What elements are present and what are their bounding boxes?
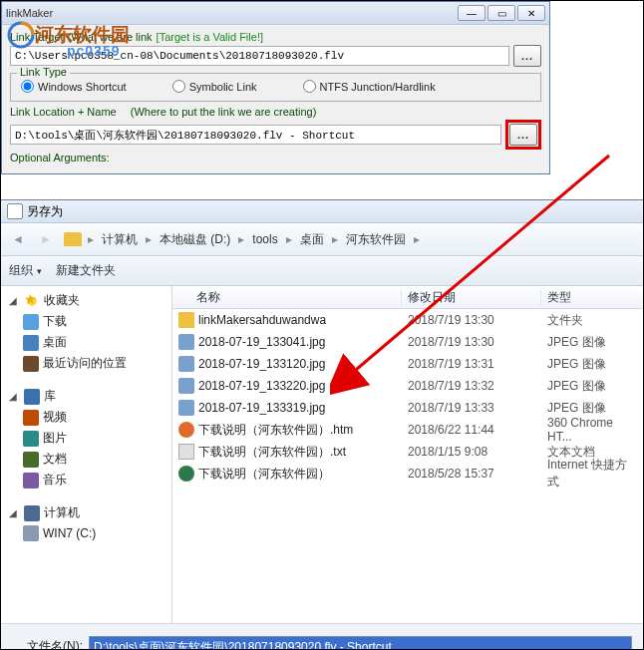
link-type-label: Link Type bbox=[17, 66, 70, 78]
jpg-icon bbox=[178, 400, 194, 416]
optional-args-label: Optional Arguments: bbox=[10, 152, 110, 163]
picture-icon bbox=[23, 431, 39, 447]
radio-windows-shortcut[interactable]: Windows Shortcut bbox=[21, 80, 127, 93]
sidebar-item-documents[interactable]: 文档 bbox=[5, 449, 167, 470]
star-icon bbox=[24, 293, 40, 309]
col-name[interactable]: 名称 bbox=[172, 289, 402, 306]
htm-icon bbox=[178, 422, 194, 438]
save-as-bottom: 文件名(N): D:\tools\桌面\河东软件园\20180718093020… bbox=[1, 623, 644, 650]
link-target-hint: (What we are link bbox=[68, 31, 153, 43]
link-location-input[interactable] bbox=[10, 125, 501, 145]
file-row[interactable]: 下载说明（河东软件园）2018/5/28 15:37Internet 快捷方式 bbox=[172, 463, 644, 485]
download-icon bbox=[23, 314, 39, 330]
linkmaker-titlebar[interactable]: linkMaker — ▭ ✕ bbox=[2, 2, 549, 25]
sidebar-item-videos[interactable]: 视频 bbox=[5, 407, 167, 428]
filename-label: 文件名(N): bbox=[13, 638, 89, 650]
sidebar-item-drive-c[interactable]: WIN7 (C:) bbox=[5, 523, 167, 543]
sidebar: ◢收藏夹 下载 桌面 最近访问的位置 ◢库 视频 图片 文档 音乐 ◢计算机 W… bbox=[1, 286, 172, 623]
organize-button[interactable]: 组织▾ bbox=[9, 262, 42, 279]
linkmaker-window: linkMaker — ▭ ✕ Link Target (What we are… bbox=[1, 1, 550, 174]
save-as-titlebar[interactable]: 另存为 bbox=[1, 200, 644, 223]
dialog-icon bbox=[7, 203, 23, 219]
close-button[interactable]: ✕ bbox=[517, 5, 545, 21]
drive-icon bbox=[23, 525, 39, 541]
link-location-label: Link Location + Name bbox=[10, 106, 117, 118]
forward-button[interactable]: ► bbox=[33, 227, 59, 251]
back-button[interactable]: ◄ bbox=[5, 227, 31, 251]
computer-icon bbox=[24, 505, 40, 521]
url-icon bbox=[178, 466, 194, 482]
link-target-label: Link Target bbox=[10, 31, 64, 43]
file-row[interactable]: 2018-07-19_133120.jpg2018/7/19 13:31JPEG… bbox=[172, 353, 644, 375]
radio-ntfs-junction[interactable]: NTFS Junction/Hardlink bbox=[303, 80, 436, 93]
nav-bar: ◄ ► ▸计算机 ▸本地磁盘 (D:) ▸tools ▸桌面 ▸河东软件园 ▸ bbox=[1, 223, 644, 256]
link-target-input[interactable] bbox=[10, 46, 509, 66]
file-row[interactable]: 下载说明（河东软件园）.htm2018/6/22 11:44360 Chrome… bbox=[172, 419, 644, 441]
save-as-window: 另存为 ◄ ► ▸计算机 ▸本地磁盘 (D:) ▸tools ▸桌面 ▸河东软件… bbox=[1, 199, 644, 650]
breadcrumb[interactable]: ▸计算机 ▸本地磁盘 (D:) ▸tools ▸桌面 ▸河东软件园 ▸ bbox=[85, 229, 423, 250]
sidebar-item-desktop[interactable]: 桌面 bbox=[5, 332, 167, 353]
radio-symbolic-link[interactable]: Symbolic Link bbox=[172, 80, 257, 93]
music-icon bbox=[23, 473, 39, 488]
new-folder-button[interactable]: 新建文件夹 bbox=[56, 262, 116, 279]
link-location-hint: (Where to put the link we are creating) bbox=[131, 106, 316, 118]
file-list: 名称 修改日期 类型 linkMakersahduwandwa2018/7/19… bbox=[172, 286, 644, 623]
save-as-title: 另存为 bbox=[27, 203, 63, 220]
highlight-box: ... bbox=[505, 120, 541, 150]
jpg-icon bbox=[178, 356, 194, 372]
sidebar-item-music[interactable]: 音乐 bbox=[5, 470, 167, 490]
col-type[interactable]: 类型 bbox=[541, 289, 644, 306]
folder-icon bbox=[64, 232, 82, 246]
link-type-group: Link Type Windows Shortcut Symbolic Link… bbox=[10, 73, 541, 102]
sidebar-item-recent[interactable]: 最近访问的位置 bbox=[5, 353, 167, 374]
column-headers[interactable]: 名称 修改日期 类型 bbox=[172, 286, 644, 309]
jpg-icon bbox=[178, 378, 194, 394]
sidebar-computer[interactable]: ◢计算机 bbox=[5, 502, 167, 523]
sidebar-libraries[interactable]: ◢库 bbox=[5, 386, 167, 407]
window-title: linkMaker bbox=[6, 7, 456, 19]
file-row[interactable]: 2018-07-19_133041.jpg2018/7/19 13:30JPEG… bbox=[172, 331, 644, 353]
sidebar-item-downloads[interactable]: 下载 bbox=[5, 311, 167, 332]
desktop-icon bbox=[23, 335, 39, 351]
maximize-button[interactable]: ▭ bbox=[487, 5, 515, 21]
library-icon bbox=[24, 389, 40, 405]
file-row[interactable]: linkMakersahduwandwa2018/7/19 13:30文件夹 bbox=[172, 309, 644, 331]
target-valid-status: [Target is a Valid File!] bbox=[157, 31, 263, 43]
file-row[interactable]: 2018-07-19_133220.jpg2018/7/19 13:32JPEG… bbox=[172, 375, 644, 397]
sidebar-item-pictures[interactable]: 图片 bbox=[5, 428, 167, 449]
jpg-icon bbox=[178, 334, 194, 350]
recent-icon bbox=[23, 356, 39, 372]
col-date[interactable]: 修改日期 bbox=[402, 289, 541, 306]
browse-target-button[interactable]: ... bbox=[513, 45, 541, 67]
folder-icon bbox=[178, 312, 194, 328]
browse-location-button[interactable]: ... bbox=[509, 124, 537, 146]
minimize-button[interactable]: — bbox=[458, 5, 485, 21]
document-icon bbox=[23, 452, 39, 468]
sidebar-favorites[interactable]: ◢收藏夹 bbox=[5, 290, 167, 311]
toolbar: 组织▾ 新建文件夹 bbox=[1, 256, 644, 286]
video-icon bbox=[23, 410, 39, 426]
txt-icon bbox=[178, 444, 194, 460]
filename-input[interactable]: D:\tools\桌面\河东软件园\20180718093020.flv - S… bbox=[89, 636, 632, 650]
